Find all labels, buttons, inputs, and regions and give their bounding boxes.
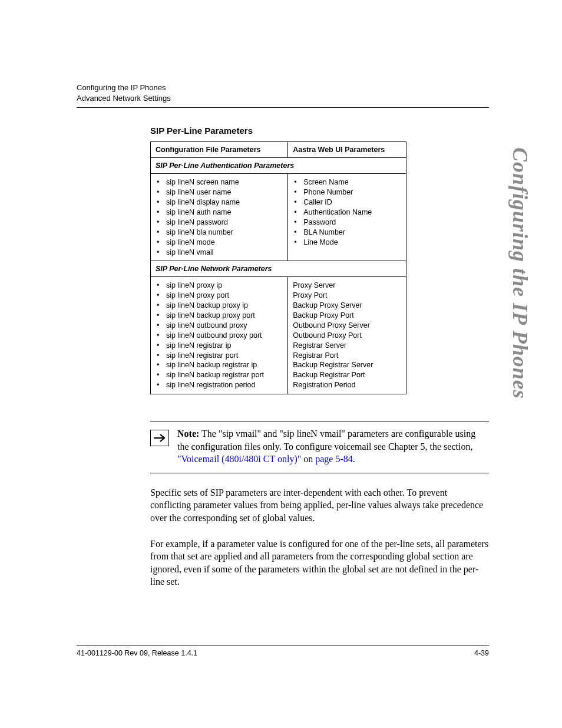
note-label: Note: [177, 429, 199, 439]
footer-right: 4-39 [474, 649, 489, 657]
footer-left: 41-001129-00 Rev 09, Release 1.4.1 [77, 649, 197, 657]
table-row-net: sip lineN proxy ipsip lineN proxy portsi… [151, 277, 406, 394]
list-item: Authentication Name [293, 207, 401, 218]
list-item: Proxy Server [293, 281, 401, 291]
list-item: Registration Period [293, 380, 401, 390]
header-rule [77, 107, 489, 108]
list-item: Password [293, 218, 401, 228]
subheader-auth-text: SIP Per-Line Authentication Parameters [151, 158, 406, 174]
table-header-row: Configuration File Parameters Aastra Web… [151, 142, 406, 158]
arrow-right-icon [150, 430, 169, 446]
list-item: Outbound Proxy Port [293, 331, 401, 341]
list-item: sip lineN proxy ip [156, 281, 283, 291]
note-text-c: . [353, 454, 355, 464]
list-item: Backup Registrar Port [293, 370, 401, 380]
header-line-1: Configuring the IP Phones [77, 83, 489, 93]
list-item: sip lineN vmail [156, 248, 283, 258]
list-item: Proxy Port [293, 291, 401, 301]
list-item: Backup Registrar Server [293, 360, 401, 370]
list-item: sip lineN password [156, 218, 283, 228]
list-item: sip lineN screen name [156, 177, 283, 187]
list-item: Backup Proxy Port [293, 311, 401, 321]
list-item: Screen Name [293, 177, 401, 187]
list-item: sip lineN registrar ip [156, 341, 283, 351]
list-item: sip lineN registration period [156, 380, 283, 390]
list-item: sip lineN user name [156, 187, 283, 197]
body-paragraph-2: For example, if a parameter value is con… [150, 538, 489, 588]
list-item: Outbound Proxy Server [293, 321, 401, 331]
list-item: sip lineN backup registrar ip [156, 360, 283, 370]
note-link-page[interactable]: page 5-84 [315, 454, 353, 464]
list-item: Registrar Port [293, 351, 401, 361]
chapter-side-title: Configuring the IP Phones [508, 147, 533, 399]
note-box: Note: The "sip vmail" and "sip lineN vma… [150, 421, 489, 473]
body-paragraph-1: Specific sets of SIP parameters are inte… [150, 486, 489, 525]
section-title: SIP Per-Line Parameters [150, 126, 489, 136]
note-text-a: The "sip vmail" and "sip lineN vmail" pa… [177, 429, 475, 452]
list-item: Line Mode [293, 238, 401, 248]
col-header-web: Aastra Web UI Parameters [288, 142, 406, 158]
list-item: sip lineN registrar port [156, 351, 283, 361]
cell-net-config: sip lineN proxy ipsip lineN proxy portsi… [151, 277, 288, 394]
list-item: Backup Proxy Server [293, 301, 401, 311]
list-item: sip lineN bla number [156, 228, 283, 238]
table-subheader-net: SIP Per-Line Network Parameters [151, 261, 406, 277]
list-item: sip lineN proxy port [156, 291, 283, 301]
subheader-net-text: SIP Per-Line Network Parameters [151, 261, 406, 277]
cell-auth-config: sip lineN screen namesip lineN user name… [151, 174, 288, 261]
list-item: Phone Number [293, 187, 401, 197]
table-row-auth: sip lineN screen namesip lineN user name… [151, 174, 406, 261]
running-header: Configuring the IP Phones Advanced Netwo… [77, 83, 489, 104]
list-item: sip lineN backup proxy port [156, 311, 283, 321]
list-item: Caller ID [293, 197, 401, 207]
list-item: sip lineN backup proxy ip [156, 301, 283, 311]
list-item: Registrar Server [293, 341, 401, 351]
list-item: sip lineN auth name [156, 207, 283, 218]
cell-auth-web: Screen NamePhone NumberCaller IDAuthenti… [288, 174, 406, 261]
note-text: Note: The "sip vmail" and "sip lineN vma… [177, 427, 489, 466]
cell-net-web: Proxy ServerProxy PortBackup Proxy Serve… [288, 277, 406, 394]
list-item: sip lineN backup registrar port [156, 370, 283, 380]
table-subheader-auth: SIP Per-Line Authentication Parameters [151, 158, 406, 174]
col-header-config: Configuration File Parameters [151, 142, 288, 158]
list-item: sip lineN outbound proxy port [156, 331, 283, 341]
list-item: sip lineN display name [156, 197, 283, 207]
parameters-table: Configuration File Parameters Aastra Web… [150, 141, 406, 394]
list-item: sip lineN mode [156, 238, 283, 248]
list-item: sip lineN outbound proxy [156, 321, 283, 331]
list-item: BLA Number [293, 228, 401, 238]
note-text-b: on [301, 454, 315, 464]
header-line-2: Advanced Network Settings [77, 93, 489, 104]
note-link-voicemail[interactable]: "Voicemail (480i/480i CT only)" [177, 454, 301, 464]
page-footer: 41-001129-00 Rev 09, Release 1.4.1 4-39 [77, 645, 489, 657]
